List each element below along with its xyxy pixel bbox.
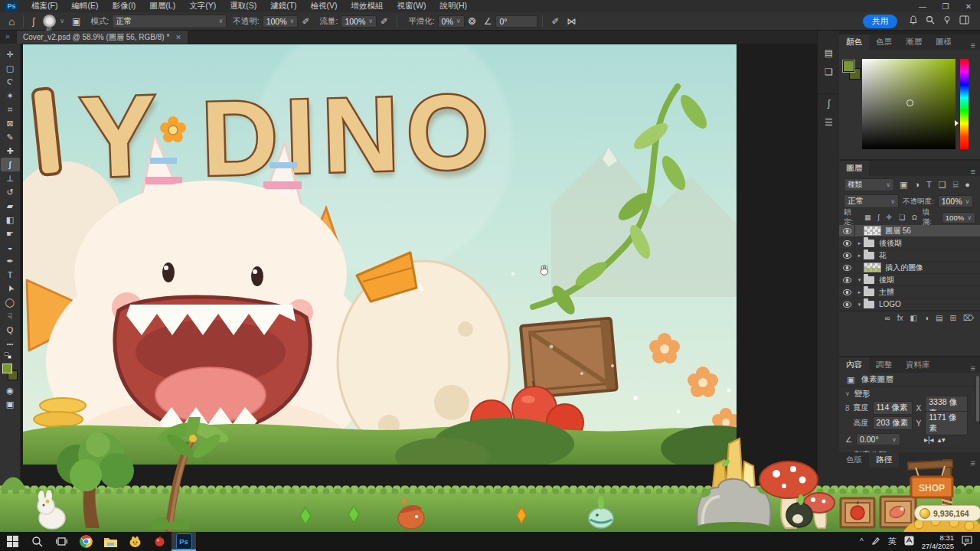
menu-select[interactable]: 選取(S) <box>223 0 263 12</box>
default-swatches-icon[interactable] <box>1 350 20 360</box>
ime-language-indicator[interactable]: 英 <box>888 536 897 547</box>
tab-swatches[interactable]: 色票 <box>869 34 899 50</box>
menu-help[interactable]: 說明(H) <box>433 0 475 12</box>
layer-row-group-flower[interactable]: ▸ 花 <box>839 249 980 262</box>
fill-select[interactable]: 100%∨ <box>942 212 975 223</box>
layer-opacity-select[interactable]: 100%∨ <box>938 195 974 207</box>
layers-panel-menu-icon[interactable]: ≡ <box>966 167 980 176</box>
smudge-tool[interactable]: ☛ <box>1 227 20 240</box>
layer-thumbnail[interactable] <box>864 226 881 236</box>
layer-row-inserted-image[interactable]: 插入的圖像 <box>839 262 980 274</box>
menu-plugins[interactable]: 增效模組 <box>345 0 390 12</box>
windows-ink-icon[interactable] <box>871 536 880 547</box>
foreground-color-swatch[interactable] <box>2 364 12 373</box>
tab-adjustments[interactable]: 調整 <box>869 357 899 373</box>
menu-edit[interactable]: 編輯(E) <box>64 0 105 12</box>
menu-image[interactable]: 影像(I) <box>105 0 142 12</box>
file-explorer-icon[interactable] <box>98 532 122 551</box>
move-tool[interactable]: ✛ <box>1 47 20 61</box>
smoothing-select[interactable]: 0%∨ <box>438 15 465 28</box>
tray-expand-icon[interactable]: ^ <box>860 537 864 546</box>
layer-row-group-post[interactable]: ▾ 後期 <box>839 274 980 286</box>
layer-row-group-main[interactable]: ▸ 主體 <box>839 286 980 298</box>
layer-row-group-postpost[interactable]: ▸ 後後期 <box>839 237 980 249</box>
red-app-icon[interactable] <box>147 532 172 551</box>
brush-preset-picker[interactable]: 40 <box>43 15 56 28</box>
tab-paths[interactable]: 路徑 <box>869 452 899 468</box>
adjustment-layer-icon[interactable]: ◑ <box>924 314 929 322</box>
menu-file[interactable]: 檔案(F) <box>24 0 64 12</box>
brush-tool[interactable]: ʃ <box>1 158 20 171</box>
healing-brush-tool[interactable]: ✚ <box>1 144 20 158</box>
task-view-icon[interactable] <box>49 532 74 551</box>
layer-style-fx-icon[interactable]: fx <box>897 314 903 322</box>
link-layers-icon[interactable]: ∞ <box>885 314 890 322</box>
zoom-tool[interactable]: Q <box>1 323 20 337</box>
tab-gradients[interactable]: 漸層 <box>899 34 929 50</box>
game-app-icon[interactable] <box>122 532 147 551</box>
layer-thumbnail[interactable] <box>864 262 881 272</box>
lock-position-icon[interactable]: ✛ <box>884 214 893 221</box>
document-tab[interactable]: Cover_v2.psd @ 58.9% (圖層 56, RGB/8) * ✕ <box>17 31 188 44</box>
layer-row-layer56[interactable]: 圖層 56 <box>839 225 980 237</box>
tab-channels[interactable]: 色版 <box>839 452 869 468</box>
layer-blend-select[interactable]: 正常∨ <box>844 194 899 208</box>
new-group-icon[interactable]: ▤ <box>936 314 942 322</box>
taskbar-search-icon[interactable] <box>24 532 49 551</box>
lock-pixels-icon[interactable]: ʃ <box>876 214 880 221</box>
chrome-icon[interactable] <box>74 532 98 551</box>
notes-panel-icon[interactable]: ▤ <box>818 43 840 62</box>
canvas-area[interactable]: Y DINO Y DINO <box>21 44 817 532</box>
brushes-panel-icon[interactable]: ☰ <box>818 112 840 132</box>
filter-type-icon[interactable]: T <box>925 180 933 189</box>
channels-panel-menu-icon[interactable]: ≡ <box>966 458 980 468</box>
link-dimensions-icon[interactable]: 8 <box>845 404 850 412</box>
clone-stamp-tool[interactable]: ⊥ <box>1 171 20 185</box>
y-field[interactable]: 1171 像素 <box>925 411 968 435</box>
delete-layer-icon[interactable]: ⌦ <box>963 314 974 322</box>
add-mask-icon[interactable]: ◧ <box>910 314 917 322</box>
filter-toggle-icon[interactable]: ● <box>963 180 972 189</box>
pressure-size-icon[interactable]: ✐ <box>547 16 563 27</box>
lock-transparent-icon[interactable]: ▦ <box>863 214 873 221</box>
history-brush-tool[interactable]: ↺ <box>1 185 20 199</box>
ime-mode-icon[interactable] <box>904 536 914 547</box>
tab-color[interactable]: 顏色 <box>839 34 869 50</box>
eraser-tool[interactable]: ▰ <box>1 199 20 213</box>
lasso-tool[interactable]: Ϛ <box>1 75 20 89</box>
menu-filter[interactable]: 濾鏡(T) <box>263 0 303 12</box>
brush-angle-field[interactable]: 0° <box>495 15 537 28</box>
hand-tool[interactable]: ☟ <box>1 309 20 323</box>
brush-settings-toggle-icon[interactable]: ▣ <box>68 16 84 27</box>
width-field[interactable]: 114 像素 <box>873 401 913 415</box>
tab-overflow-icon[interactable]: » <box>5 32 10 41</box>
hue-slider[interactable] <box>960 59 969 149</box>
panel-menu-icon[interactable]: ≡ <box>966 41 980 50</box>
eyedropper-tool[interactable]: ✎ <box>1 130 20 144</box>
menu-window[interactable]: 視窗(W) <box>390 0 433 12</box>
smoothing-options-gear-icon[interactable]: ❂ <box>465 16 480 27</box>
quick-mask-icon[interactable]: ◉ <box>1 383 20 397</box>
share-button[interactable]: 共用 <box>863 15 897 28</box>
menu-type[interactable]: 文字(Y) <box>182 0 223 12</box>
filter-shape-icon[interactable]: ❑ <box>937 180 948 190</box>
rotate-field[interactable]: 0.00°∨ <box>856 433 900 445</box>
tab-close-icon[interactable]: ✕ <box>175 34 181 41</box>
flip-horizontal-icon[interactable]: ▸|◂ <box>924 435 934 444</box>
discover-bulb-icon[interactable] <box>939 15 956 27</box>
pressure-opacity-icon[interactable]: ✐ <box>298 16 313 27</box>
edit-toolbar-icon[interactable]: ••• <box>1 337 20 350</box>
brush-tool-icon[interactable]: ʃ <box>28 16 38 27</box>
flip-vertical-icon[interactable]: ▴▾ <box>938 435 946 444</box>
flow-select[interactable]: 100%∨ <box>341 15 377 28</box>
restore-button[interactable]: ❐ <box>934 0 957 12</box>
tab-properties[interactable]: 內容 <box>839 357 869 373</box>
blend-mode-select[interactable]: 正常∨ <box>112 15 227 28</box>
brush-settings-panel-icon[interactable]: ʃ <box>818 93 840 112</box>
opacity-select[interactable]: 100%∨ <box>263 15 299 28</box>
menu-layer[interactable]: 圖層(L) <box>142 0 182 12</box>
frame-tool[interactable]: ⊠ <box>1 116 20 130</box>
tab-libraries[interactable]: 資料庫 <box>899 357 937 373</box>
tab-patterns[interactable]: 圖樣 <box>929 34 959 50</box>
home-icon[interactable]: ⌂ <box>5 15 18 28</box>
